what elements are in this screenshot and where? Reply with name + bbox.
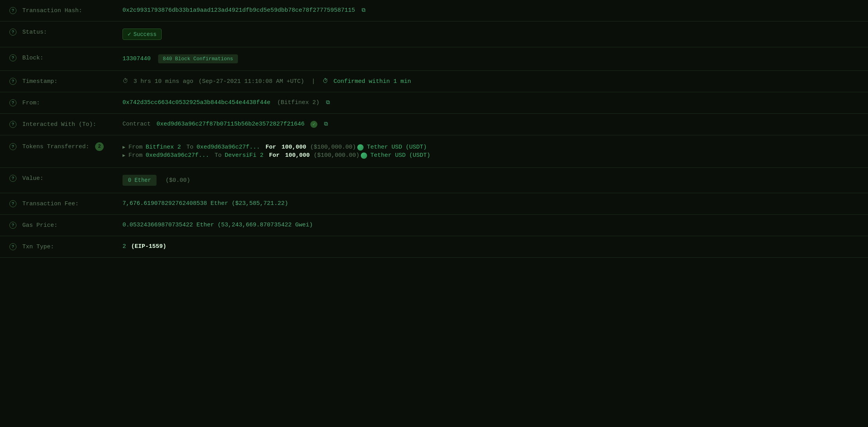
status-value: ✓ Success xyxy=(113,22,868,47)
interacted-with-label: ? Interacted With (To): xyxy=(0,114,113,135)
transfer2-usd: ($100,000.00) xyxy=(313,152,359,159)
confirmed-link[interactable]: Confirmed within 1 min xyxy=(333,78,411,85)
from-value: 0x742d35cc6634c0532925a3b844bc454e4438f4… xyxy=(113,92,868,114)
help-icon-status[interactable]: ? xyxy=(9,29,16,36)
for-label-1: For xyxy=(265,144,276,151)
tokens-transferred-label: ? Tokens Transferred: 2 xyxy=(0,135,113,168)
status-badge: ✓ Success xyxy=(122,29,162,40)
gas-price-value: 0.053243669870735422 Ether (53,243,669.8… xyxy=(113,215,868,236)
help-icon-tokens[interactable]: ? xyxy=(9,143,16,150)
help-icon-from[interactable]: ? xyxy=(9,99,16,106)
relative-time: 3 hrs 10 mins ago xyxy=(133,78,193,85)
help-icon-gas[interactable]: ? xyxy=(9,222,16,229)
contract-prefix: Contract xyxy=(122,121,151,127)
help-icon-block[interactable]: ? xyxy=(9,54,16,61)
value-usd: ($0.00) xyxy=(166,177,190,184)
timestamp-label: ? Timestamp: xyxy=(0,71,113,92)
copy-from-icon[interactable]: ⧉ xyxy=(326,99,330,106)
transfer2-amount: 100,000 xyxy=(285,152,310,159)
gas-price-row: ? Gas Price: 0.053243669870735422 Ether … xyxy=(0,215,868,236)
verified-icon: ✓ xyxy=(310,121,317,128)
arrow-icon-1: ▶ xyxy=(122,144,125,150)
transaction-details-table: ? Transaction Hash: 0x2c9931793876db33b1… xyxy=(0,0,868,258)
transaction-fee-label: ? Transaction Fee: xyxy=(0,193,113,215)
status-row: ? Status: ✓ Success xyxy=(0,22,868,47)
contract-address-link[interactable]: 0xed9d63a96c27f87b07115b56b2e3572827f216… xyxy=(157,121,308,127)
absolute-time: (Sep-27-2021 11:10:08 AM +UTC) xyxy=(198,78,304,85)
block-label: ? Block: xyxy=(0,47,113,71)
txn-type-label: ? Txn Type: xyxy=(0,236,113,258)
from-address-link[interactable]: 0x742d35cc6634c0532925a3b844bc454e4438f4… xyxy=(122,99,274,106)
transfer2-to-link[interactable]: DeversiFi 2 xyxy=(225,152,263,159)
transfer2-from-link[interactable]: 0xed9d63a96c27f... xyxy=(146,152,209,159)
timestamp-separator: | xyxy=(312,78,315,85)
timestamp-row: ? Timestamp: ⏱ 3 hrs 10 mins ago (Sep-27… xyxy=(0,71,868,92)
check-icon: ✓ xyxy=(128,30,131,38)
transfer1-to-link[interactable]: 0xed9d63a96c27f... xyxy=(196,144,260,151)
tokens-count-badge: 2 xyxy=(95,142,104,151)
transaction-fee-row: ? Transaction Fee: 7,676.619078292762408… xyxy=(0,193,868,215)
tx-hash-text: 0x2c9931793876db33b1a9aad123ad4921dfb9cd… xyxy=(122,7,355,14)
transfer2-token-link[interactable]: Tether USD (USDT) xyxy=(370,152,430,159)
status-label: ? Status: xyxy=(0,22,113,47)
txn-type-value: 2 (EIP-1559) xyxy=(113,236,868,258)
block-row: ? Block: 13307440 840 Block Confirmation… xyxy=(0,47,868,71)
from-row: ? From: 0x742d35cc6634c0532925a3b844bc45… xyxy=(0,92,868,114)
interacted-with-value: Contract 0xed9d63a96c27f87b07115b56b2e35… xyxy=(113,114,868,135)
transaction-hash-row: ? Transaction Hash: 0x2c9931793876db33b1… xyxy=(0,0,868,22)
value-amount: 0 Ether ($0.00) xyxy=(113,168,868,193)
block-number-link[interactable]: 13307440 xyxy=(122,56,154,62)
transfer1-amount: 100,000 xyxy=(281,144,306,151)
tokens-transferred-row: ? Tokens Transferred: 2 ▶ From Bitfinex … xyxy=(0,135,868,168)
help-icon-tx-hash[interactable]: ? xyxy=(9,7,16,14)
help-icon-fee[interactable]: ? xyxy=(9,200,16,207)
token-transfer-1: ▶ From Bitfinex 2 To 0xed9d63a96c27f... … xyxy=(122,144,859,151)
value-label: ? Value: xyxy=(0,168,113,193)
value-row: ? Value: 0 Ether ($0.00) xyxy=(0,168,868,193)
help-icon-value[interactable]: ? xyxy=(9,175,16,182)
value-ether-badge: 0 Ether xyxy=(122,175,157,186)
help-icon-interacted[interactable]: ? xyxy=(9,121,16,128)
timestamp-value: ⏱ 3 hrs 10 mins ago (Sep-27-2021 11:10:0… xyxy=(113,71,868,92)
token-icon-2 xyxy=(361,152,367,159)
transfer1-from-link[interactable]: Bitfinex 2 xyxy=(146,144,181,151)
gas-price-label: ? Gas Price: xyxy=(0,215,113,236)
to-label-2: To xyxy=(214,152,222,159)
txn-type-eip: (EIP-1559) xyxy=(131,243,166,250)
timer-icon: ⏱ xyxy=(322,78,328,85)
transaction-hash-value: 0x2c9931793876db33b1a9aad123ad4921dfb9cd… xyxy=(113,0,868,22)
transfer1-token-link[interactable]: Tether USD (USDT) xyxy=(367,144,427,151)
from-label-2: From xyxy=(128,152,142,159)
copy-contract-icon[interactable]: ⧉ xyxy=(324,121,328,127)
block-value: 13307440 840 Block Confirmations xyxy=(113,47,868,71)
interacted-with-row: ? Interacted With (To): Contract 0xed9d6… xyxy=(0,114,868,135)
copy-tx-hash-icon[interactable]: ⧉ xyxy=(362,7,366,13)
from-name: (Bitfinex 2) xyxy=(277,99,319,106)
transfer1-usd: ($100,000.00) xyxy=(310,144,356,151)
confirmations-badge: 840 Block Confirmations xyxy=(158,54,238,63)
help-icon-txn-type[interactable]: ? xyxy=(9,243,16,250)
transaction-fee-value: 7,676.619078292762408538 Ether ($23,585,… xyxy=(113,193,868,215)
token-icon-1 xyxy=(357,144,364,151)
arrow-icon-2: ▶ xyxy=(122,152,125,158)
help-icon-timestamp[interactable]: ? xyxy=(9,78,16,85)
token-transfer-2: ▶ From 0xed9d63a96c27f... To DeversiFi 2… xyxy=(122,152,859,159)
from-label: ? From: xyxy=(0,92,113,114)
tokens-transferred-value: ▶ From Bitfinex 2 To 0xed9d63a96c27f... … xyxy=(113,135,868,168)
txn-type-row: ? Txn Type: 2 (EIP-1559) xyxy=(0,236,868,258)
to-label-1: To xyxy=(186,144,193,151)
transaction-hash-label: ? Transaction Hash: xyxy=(0,0,113,22)
from-label-1: From xyxy=(128,144,142,151)
for-label-2: For xyxy=(269,152,279,159)
clock-icon: ⏱ xyxy=(122,78,128,85)
